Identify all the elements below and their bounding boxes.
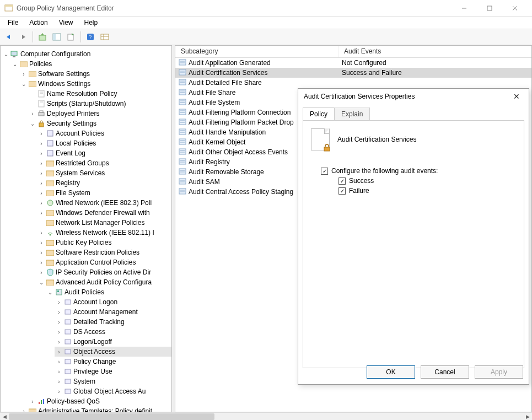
tab-policy[interactable]: Policy (303, 107, 335, 120)
svg-rect-39 (46, 240, 54, 246)
minimize-button[interactable] (452, 0, 477, 17)
folder-icon (46, 218, 55, 227)
tree-node-audit-policies[interactable]: ⌄Audit Policies (46, 287, 171, 297)
tree-node-detailed-tracking[interactable]: ›Detailed Tracking (55, 317, 171, 327)
list-cell-name: Audit Application Generated (175, 58, 338, 68)
tree-node-windows-settings[interactable]: ⌄Windows Settings (19, 79, 171, 89)
tree-node-logon-logoff[interactable]: ›Logon/Logoff (55, 337, 171, 347)
audit-item-icon (179, 158, 186, 167)
tree-label: Software Settings (38, 70, 90, 78)
checkbox-success[interactable]: ✓ Success (338, 177, 516, 185)
list-row[interactable]: Audit Application GeneratedNot Configure… (175, 58, 531, 68)
scroll-left-arrow[interactable]: ◀ (0, 413, 9, 421)
export-button[interactable] (65, 30, 78, 44)
folder-icon (46, 248, 55, 257)
column-subcategory[interactable]: Subcategory (175, 46, 338, 57)
up-button[interactable] (36, 30, 49, 44)
tree-node-policy-qos[interactable]: ›Policy-based QoS (28, 396, 171, 406)
close-button[interactable] (502, 0, 528, 17)
tree-label: Administrative Templates: Policy definit (38, 407, 152, 412)
audit-item-icon (179, 98, 186, 107)
category-icon (63, 317, 72, 326)
svg-rect-36 (46, 211, 54, 216)
help-button[interactable]: ? (84, 30, 97, 44)
tree-node-admin-templates[interactable]: ›Administrative Templates: Policy defini… (19, 406, 171, 412)
menu-view[interactable]: View (55, 18, 78, 28)
title-bar: Group Policy Management Editor (0, 0, 532, 17)
dialog-close-button[interactable]: ✕ (510, 92, 523, 101)
svg-text:?: ? (89, 34, 92, 40)
dialog-title-bar[interactable]: Audit Certification Services Properties … (298, 89, 529, 104)
tree-label: Detailed Tracking (73, 318, 125, 326)
tree-node-acp[interactable]: ›Application Control Policies (37, 257, 171, 267)
menu-file[interactable]: File (3, 18, 23, 28)
tree-node-computer-configuration[interactable]: ⌄Computer Configuration (2, 49, 171, 59)
checkbox-configure[interactable]: ✓ Configure the following audit events: (321, 167, 516, 175)
tree-node-nrp[interactable]: Name Resolution Policy (28, 89, 171, 99)
tree-node-registry[interactable]: ›Registry (37, 178, 171, 188)
column-audit-events[interactable]: Audit Events (338, 46, 531, 57)
tree-node-privilege-use[interactable]: ›Privilege Use (55, 367, 171, 376)
tree-node-ds-access[interactable]: ›DS Access (55, 327, 171, 337)
list-row[interactable]: Audit Certification ServicesSuccess and … (175, 68, 531, 78)
tree-node-deployed-printers[interactable]: ›Deployed Printers (28, 109, 171, 119)
tree-node-account-mgmt[interactable]: ›Account Management (55, 307, 171, 317)
scroll-thumb[interactable] (9, 413, 214, 420)
svg-rect-19 (29, 82, 36, 87)
tree-node-event-log[interactable]: ›Event Log (37, 148, 171, 158)
ok-button[interactable]: OK (367, 365, 415, 379)
audit-icon (55, 288, 63, 297)
tree-node-local-policies[interactable]: ›Local Policies (37, 138, 171, 148)
tree-node-account-logon[interactable]: ›Account Logon (55, 297, 171, 307)
list-header: Subcategory Audit Events (175, 46, 531, 58)
tree-node-wired[interactable]: ›Wired Network (IEEE 802.3) Poli (37, 198, 171, 208)
folder-icon (46, 159, 55, 168)
tree-node-pk[interactable]: ›Public Key Policies (37, 238, 171, 247)
network-icon (46, 198, 55, 207)
tree-node-system-services[interactable]: ›System Services (37, 168, 171, 178)
tree-label: Windows Defender Firewall with (56, 209, 150, 217)
tree-node-account-policies[interactable]: ›Account Policies (37, 128, 171, 138)
cancel-button[interactable]: Cancel (421, 365, 469, 379)
svg-rect-16 (13, 56, 15, 57)
scroll-track[interactable] (9, 413, 523, 421)
tree-node-ipsec[interactable]: ›IP Security Policies on Active Dir (37, 267, 171, 277)
tree-node-srp[interactable]: ›Software Restriction Policies (37, 247, 171, 257)
tree-node-file-system[interactable]: ›File System (37, 188, 171, 198)
tree-node-object-access[interactable]: ›Object Access (55, 347, 171, 357)
apply-button[interactable]: Apply (475, 365, 523, 379)
tree-node-global-object-access[interactable]: ›Global Object Access Au (55, 386, 171, 396)
tree-node-wireless[interactable]: ›Wireless Network (IEEE 802.11) I (37, 228, 171, 238)
menu-action[interactable]: Action (25, 18, 52, 28)
tree-node-security-settings[interactable]: ⌄Security Settings (28, 119, 171, 128)
scroll-right-arrow[interactable]: ▶ (523, 413, 532, 421)
horizontal-scrollbar[interactable]: ◀ ▶ (0, 412, 532, 420)
list-row[interactable]: Audit Detailed File Share (175, 78, 531, 88)
tree-node-nlm[interactable]: Network List Manager Policies (37, 218, 171, 228)
maximize-button[interactable] (477, 0, 502, 17)
tree-label: Network List Manager Policies (56, 219, 144, 227)
back-button[interactable] (2, 30, 15, 44)
tree-node-restricted-groups[interactable]: ›Restricted Groups (37, 158, 171, 168)
tree-node-wdf[interactable]: ›Windows Defender Firewall with (37, 208, 171, 218)
tree-node-policy-change[interactable]: ›Policy Change (55, 357, 171, 367)
audit-item-icon (179, 58, 186, 68)
tree-node-audit-system[interactable]: ›System (55, 376, 171, 386)
show-hide-tree-button[interactable] (50, 30, 63, 44)
tree-node-policies[interactable]: ⌄Policies (10, 59, 171, 69)
tree-node-scripts[interactable]: Scripts (Startup/Shutdown) (28, 99, 171, 109)
tree-view[interactable]: ⌄Computer Configuration ⌄Policies ›Softw… (1, 46, 171, 412)
forward-button[interactable] (17, 30, 30, 44)
tree-node-aapc[interactable]: ⌄Advanced Audit Policy Configura (37, 277, 171, 287)
tree-node-software-settings[interactable]: ›Software Settings (19, 69, 171, 79)
tab-explain[interactable]: Explain (334, 107, 370, 120)
tree-label: DS Access (73, 328, 105, 336)
svg-rect-17 (20, 62, 28, 67)
list-cell-name-text: Audit Filtering Platform Packet Drop (189, 119, 294, 126)
menu-help[interactable]: Help (80, 18, 103, 28)
filter-button[interactable] (98, 30, 111, 44)
checkbox-failure[interactable]: ✓ Failure (338, 187, 516, 195)
tree-label: Security Settings (47, 120, 96, 127)
svg-rect-42 (46, 280, 54, 286)
scroll-icon (37, 99, 46, 108)
